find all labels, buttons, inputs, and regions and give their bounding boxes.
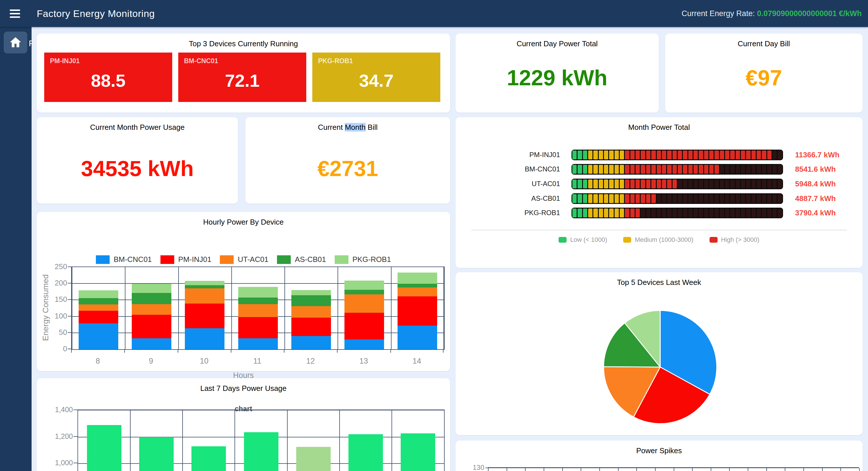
stacked-bar-segment bbox=[344, 313, 384, 340]
legend-chip bbox=[277, 255, 291, 264]
month-bill-value: €2731 bbox=[245, 156, 450, 181]
legend-divider bbox=[471, 230, 847, 230]
stacked-bar-segment bbox=[238, 338, 278, 349]
device-month-bar bbox=[571, 179, 783, 189]
stacked-bar-segment bbox=[344, 290, 384, 294]
stacked-bar-segment bbox=[344, 281, 384, 290]
power-spikes-chart[interactable]: 130 bbox=[456, 441, 863, 471]
panel-top5-title: Top 5 Devices Last Week bbox=[456, 272, 863, 287]
legend-chip bbox=[96, 255, 110, 264]
legend-chip bbox=[220, 255, 234, 264]
legend-label: BM-CNC01 bbox=[114, 255, 152, 264]
panel-spikes: Power Spikes 130 bbox=[456, 441, 863, 471]
device-month-value: 8541.6 kWh bbox=[795, 165, 836, 174]
stacked-bar-segment bbox=[291, 318, 331, 336]
device-row-label: AS-CB01 bbox=[465, 195, 560, 203]
device-row-label: UT-AC01 bbox=[465, 180, 560, 188]
panel-month-usage-title: Current Month Power Usage bbox=[37, 117, 238, 132]
top3-tile: PM-INJ01 88.5 bbox=[44, 53, 172, 102]
day-usage-bar bbox=[244, 432, 278, 471]
panel-last7: Last 7 Days Power Usage chart 1,4001,200… bbox=[37, 378, 450, 471]
day-usage-bar bbox=[348, 434, 383, 471]
stacked-bar-segment bbox=[79, 323, 118, 349]
stacked-bar-segment bbox=[238, 304, 278, 317]
legend-item: Low (< 1000) bbox=[559, 236, 607, 243]
stacked-bar-segment bbox=[344, 294, 384, 313]
legend-chip bbox=[160, 255, 174, 264]
x-axis-tick-label: 12 bbox=[299, 357, 322, 365]
panel-hourly: Hourly Power By Device BM-CNC01PM-INJ01U… bbox=[37, 212, 450, 371]
day-usage-bar bbox=[191, 446, 226, 471]
x-axis-tick-label: 11 bbox=[246, 357, 269, 365]
stacked-bar-segment bbox=[398, 326, 437, 349]
legend-chip bbox=[623, 237, 631, 243]
device-row-label: BM-CNC01 bbox=[465, 165, 560, 173]
device-power-value: 88.5 bbox=[44, 62, 172, 99]
menu-button[interactable] bbox=[8, 6, 22, 22]
panel-day-total-title: Current Day Power Total bbox=[456, 34, 659, 48]
legend-label: Low (< 1000) bbox=[570, 236, 607, 243]
legend-label: AS-CB01 bbox=[295, 255, 326, 264]
day-usage-bar bbox=[401, 433, 435, 471]
day-usage-bar bbox=[87, 425, 121, 471]
y-axis-tick-label: 130 bbox=[466, 464, 484, 471]
legend-label: Medium (1000-3000) bbox=[634, 236, 693, 243]
x-axis-tick-label: 10 bbox=[193, 357, 216, 365]
stacked-bar-segment bbox=[79, 311, 118, 323]
sidebar-clipped-label[interactable]: F bbox=[29, 38, 32, 48]
panel-top3-devices: Top 3 Devices Currently Running PM-INJ01… bbox=[37, 34, 450, 113]
legend-chip bbox=[559, 237, 567, 243]
last7-plot-area bbox=[78, 410, 445, 471]
energy-rate-unit: €/kWh bbox=[839, 9, 862, 18]
stacked-bar-segment bbox=[185, 328, 224, 349]
panel-month-usage: Current Month Power Usage 34535 kWh bbox=[37, 117, 238, 204]
y-axis-title: Energy Consumed bbox=[41, 266, 51, 349]
app-header: Factory Energy Monitoring Current Energy… bbox=[0, 0, 868, 27]
month-usage-value: 34535 kWh bbox=[37, 156, 238, 181]
device-month-value: 3790.4 kWh bbox=[795, 208, 836, 217]
y-axis-tick-label: 1,400 bbox=[45, 406, 73, 414]
device-row-label: PKG-ROB1 bbox=[465, 209, 560, 217]
top5-pie-chart[interactable] bbox=[600, 307, 720, 429]
x-axis-tick-label: 9 bbox=[140, 357, 162, 365]
stacked-bar-segment bbox=[238, 297, 278, 304]
device-month-bar bbox=[571, 208, 783, 218]
stacked-bar-segment bbox=[185, 281, 224, 285]
panel-month-bill-title: Current Month Bill bbox=[245, 117, 450, 132]
legend-item: Medium (1000-3000) bbox=[623, 236, 693, 243]
legend-item: AS-CB01 bbox=[277, 255, 326, 264]
legend-label: PM-INJ01 bbox=[178, 255, 212, 264]
y-axis-tick-label: 1,200 bbox=[45, 432, 73, 441]
stacked-bar-segment bbox=[344, 340, 384, 349]
legend-item: PKG-ROB1 bbox=[335, 255, 391, 264]
energy-rate-value: 0.07909000000000001 bbox=[757, 9, 837, 18]
panel-top5: Top 5 Devices Last Week bbox=[456, 272, 863, 435]
home-button[interactable] bbox=[4, 32, 27, 53]
panel-month-bill: Current Month Bill €2731 bbox=[245, 117, 450, 204]
month-total-legend: Low (< 1000)Medium (1000-3000)High (> 30… bbox=[456, 236, 863, 243]
legend-label: High (> 3000) bbox=[721, 236, 760, 243]
legend-item: PM-INJ01 bbox=[160, 255, 212, 264]
day-bill-value: €97 bbox=[665, 65, 863, 90]
dashboard: Top 3 Devices Currently Running PM-INJ01… bbox=[32, 27, 868, 471]
last7-power-chart[interactable]: 1,4001,2001,000 bbox=[37, 378, 450, 471]
stacked-bar-segment bbox=[398, 272, 437, 284]
stacked-bar-segment bbox=[238, 317, 278, 338]
panel-day-bill: Current Day Bill €97 bbox=[665, 34, 863, 113]
panel-day-bill-title: Current Day Bill bbox=[665, 34, 863, 48]
device-power-value: 34.7 bbox=[312, 62, 440, 99]
stacked-bar-segment bbox=[132, 315, 172, 338]
stacked-bar-segment bbox=[132, 338, 172, 349]
legend-label: UT-AC01 bbox=[238, 255, 268, 264]
y-axis-tick-label: 1,000 bbox=[45, 459, 73, 467]
app-root: Factory Energy Monitoring Current Energy… bbox=[0, 0, 868, 471]
stacked-bar-segment bbox=[291, 306, 331, 318]
month-power-total-chart[interactable]: PM-INJ0111366.7 kWhBM-CNC018541.6 kWhUT-… bbox=[456, 117, 863, 268]
device-power-value: 72.1 bbox=[178, 62, 306, 99]
energy-rate-label: Current Energy Rate: bbox=[682, 9, 755, 18]
hourly-power-chart[interactable]: BM-CNC01PM-INJ01UT-AC01AS-CB01PKG-ROB105… bbox=[37, 212, 450, 371]
device-row-label: PM-INJ01 bbox=[465, 151, 560, 159]
panel-top3-title: Top 3 Devices Currently Running bbox=[37, 34, 450, 48]
stacked-bar-segment bbox=[291, 336, 331, 349]
stacked-bar-segment bbox=[185, 303, 224, 328]
